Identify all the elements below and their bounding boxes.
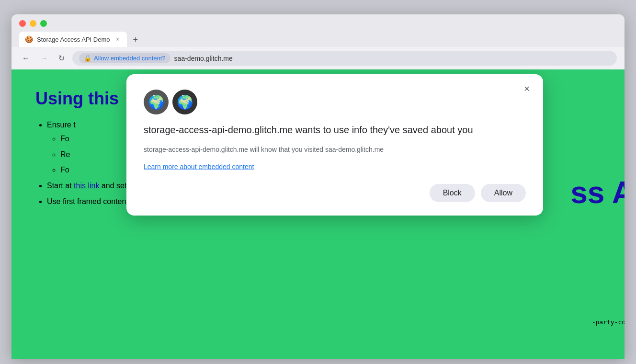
address-bar[interactable]: 🔒 Allow embedded content? saa-demo.glitc…: [72, 51, 617, 66]
tab-close-button[interactable]: ×: [114, 35, 121, 43]
dialog-title: storage-access-api-demo.glitch.me wants …: [144, 123, 526, 136]
dialog-icons: 🌍 🌍: [144, 90, 526, 114]
permission-chip-label: Allow embedded content?: [94, 55, 166, 62]
title-bar: 🍪 Storage Access API Demo × +: [11, 14, 625, 47]
minimize-window-button[interactable]: [30, 20, 36, 27]
active-tab[interactable]: 🍪 Storage Access API Demo ×: [19, 32, 127, 47]
url-display: saa-demo.glitch.me: [174, 55, 233, 62]
tab-label: Storage Access API Demo: [37, 36, 110, 43]
permission-dialog: × 🌍 🌍 storage-access-api-demo.glitch.me …: [126, 74, 543, 216]
tabs-row: 🍪 Storage Access API Demo × +: [19, 32, 617, 47]
block-button[interactable]: Block: [430, 184, 475, 202]
lock-icon: 🔒: [84, 55, 91, 62]
browser-window: 🍪 Storage Access API Demo × + ← → ↻ 🔒 Al…: [11, 14, 625, 359]
close-window-button[interactable]: [19, 20, 26, 27]
new-tab-button[interactable]: +: [129, 33, 142, 47]
dialog-overlay: × 🌍 🌍 storage-access-api-demo.glitch.me …: [11, 69, 625, 359]
dialog-actions: Block Allow: [144, 184, 526, 202]
globe-icon-1: 🌍: [144, 90, 169, 114]
maximize-window-button[interactable]: [40, 20, 47, 27]
reload-button[interactable]: ↻: [56, 52, 68, 65]
forward-button[interactable]: →: [37, 52, 51, 65]
allow-button[interactable]: Allow: [481, 184, 526, 202]
tab-favicon-icon: 🍪: [25, 35, 33, 43]
dialog-close-button[interactable]: ×: [520, 82, 534, 95]
page-content: Using this Ensure t Fo Re Fo Start at th…: [11, 69, 625, 359]
traffic-lights: [19, 20, 617, 27]
back-button[interactable]: ←: [19, 52, 33, 65]
toolbar: ← → ↻ 🔒 Allow embedded content? saa-demo…: [11, 47, 625, 69]
dialog-description: storage-access-api-demo.glitch.me will k…: [144, 144, 526, 155]
learn-more-link[interactable]: Learn more about embedded content: [144, 163, 254, 171]
permission-chip[interactable]: 🔒 Allow embedded content?: [79, 53, 170, 63]
globe-icon-2: 🌍: [172, 90, 197, 114]
